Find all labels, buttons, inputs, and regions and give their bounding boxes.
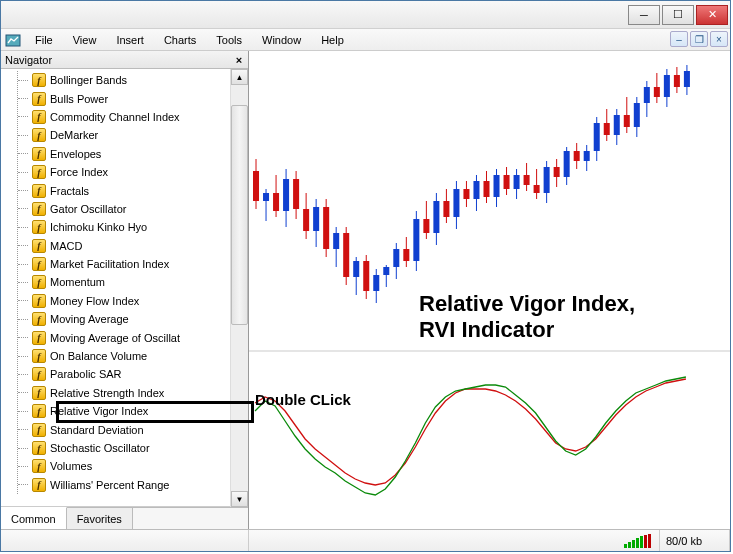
svg-rect-63	[554, 167, 560, 177]
svg-rect-11	[293, 179, 299, 209]
indicator-item[interactable]: fBollinger Bands	[18, 71, 230, 89]
indicator-label: MACD	[50, 240, 82, 252]
svg-rect-29	[383, 267, 389, 275]
indicator-item[interactable]: fBulls Power	[18, 89, 230, 107]
indicator-icon: f	[32, 92, 46, 106]
indicator-item[interactable]: fForce Index	[18, 163, 230, 181]
svg-rect-23	[353, 261, 359, 277]
indicator-item[interactable]: fMACD	[18, 237, 230, 255]
indicator-label: Fractals	[50, 185, 89, 197]
indicator-item[interactable]: fCommodity Channel Index	[18, 108, 230, 126]
svg-rect-71	[594, 123, 600, 151]
navigator-header: Navigator ×	[1, 51, 248, 69]
menubar: File View Insert Charts Tools Window Hel…	[1, 29, 730, 51]
indicator-label: Moving Average of Oscillat	[50, 332, 180, 344]
svg-rect-59	[534, 185, 540, 193]
indicator-label: Standard Deviation	[50, 424, 144, 436]
indicator-icon: f	[32, 73, 46, 87]
indicator-item[interactable]: fVolumes	[18, 457, 230, 475]
indicator-icon: f	[32, 441, 46, 455]
mdi-restore-button[interactable]: ❐	[690, 31, 708, 47]
minimize-button[interactable]: ─	[628, 5, 660, 25]
svg-rect-39	[433, 201, 439, 233]
menu-view[interactable]: View	[63, 32, 107, 48]
mdi-minimize-button[interactable]: –	[670, 31, 688, 47]
indicator-item[interactable]: fMoving Average of Oscillat	[18, 328, 230, 346]
indicator-item[interactable]: fGator Oscillator	[18, 200, 230, 218]
indicator-icon: f	[32, 331, 46, 345]
chart-title-annotation: Relative Vigor Index, RVI Indicator	[419, 291, 709, 344]
indicator-icon: f	[32, 165, 46, 179]
tab-favorites[interactable]: Favorites	[67, 508, 133, 529]
svg-rect-89	[684, 71, 690, 87]
menu-tools[interactable]: Tools	[206, 32, 252, 48]
indicator-icon: f	[32, 110, 46, 124]
indicator-item[interactable]: fIchimoku Kinko Hyo	[18, 218, 230, 236]
connection-status: 80/0 kb	[660, 530, 730, 551]
svg-rect-5	[263, 193, 269, 201]
indicator-icon: f	[32, 367, 46, 381]
svg-rect-27	[373, 275, 379, 291]
svg-rect-37	[423, 219, 429, 233]
close-button[interactable]: ✕	[696, 5, 728, 25]
indicator-item[interactable]: fMoney Flow Index	[18, 292, 230, 310]
indicator-label: DeMarker	[50, 129, 98, 141]
svg-rect-47	[473, 181, 479, 199]
svg-rect-57	[524, 175, 530, 185]
scroll-down-button[interactable]: ▼	[231, 491, 248, 507]
indicator-item[interactable]: fMoving Average	[18, 310, 230, 328]
indicator-item[interactable]: fDeMarker	[18, 126, 230, 144]
maximize-button[interactable]: ☐	[662, 5, 694, 25]
menu-help[interactable]: Help	[311, 32, 354, 48]
signal-bars-icon	[624, 534, 651, 548]
svg-rect-61	[544, 167, 550, 193]
indicator-label: Relative Strength Index	[50, 387, 164, 399]
navigator-scrollbar[interactable]: ▲ ▼	[230, 69, 248, 507]
tab-common[interactable]: Common	[1, 507, 67, 529]
navigator-panel: Navigator × fBollinger BandsfBulls Power…	[1, 51, 249, 529]
menu-window[interactable]: Window	[252, 32, 311, 48]
indicator-item[interactable]: fEnvelopes	[18, 145, 230, 163]
indicator-label: Envelopes	[50, 148, 101, 160]
svg-rect-15	[313, 207, 319, 231]
indicator-item[interactable]: fRelative Strength Index	[18, 384, 230, 402]
svg-rect-85	[664, 75, 670, 97]
indicator-icon: f	[32, 220, 46, 234]
indicator-icon: f	[32, 349, 46, 363]
navigator-close-icon[interactable]: ×	[232, 53, 246, 67]
indicator-label: Williams' Percent Range	[50, 479, 169, 491]
indicator-item[interactable]: fParabolic SAR	[18, 365, 230, 383]
indicator-label: Gator Oscillator	[50, 203, 126, 215]
menu-file[interactable]: File	[25, 32, 63, 48]
indicator-item[interactable]: fWilliams' Percent Range	[18, 476, 230, 494]
indicator-label: Relative Vigor Index	[50, 405, 148, 417]
svg-rect-31	[393, 249, 399, 267]
scrollbar-thumb[interactable]	[231, 105, 248, 325]
indicator-item[interactable]: fOn Balance Volume	[18, 347, 230, 365]
menu-insert[interactable]: Insert	[106, 32, 154, 48]
svg-rect-19	[333, 233, 339, 249]
svg-rect-25	[363, 261, 369, 291]
navigator-tree[interactable]: fBollinger BandsfBulls PowerfCommodity C…	[1, 69, 230, 507]
mdi-close-button[interactable]: ×	[710, 31, 728, 47]
indicator-item[interactable]: fStochastic Oscillator	[18, 439, 230, 457]
svg-rect-33	[403, 249, 409, 261]
svg-rect-13	[303, 209, 309, 231]
scroll-up-button[interactable]: ▲	[231, 69, 248, 85]
chart-area[interactable]: Relative Vigor Index, RVI Indicator Doub…	[249, 51, 730, 529]
indicator-icon: f	[32, 386, 46, 400]
svg-rect-67	[574, 151, 580, 161]
scrollbar-track[interactable]	[231, 85, 248, 491]
indicator-item[interactable]: fMomentum	[18, 273, 230, 291]
indicator-item[interactable]: fRelative Vigor Index	[18, 402, 230, 420]
svg-rect-87	[674, 75, 680, 87]
menu-charts[interactable]: Charts	[154, 32, 206, 48]
indicator-item[interactable]: fFractals	[18, 181, 230, 199]
indicator-icon: f	[32, 478, 46, 492]
indicator-icon: f	[32, 294, 46, 308]
indicator-icon: f	[32, 459, 46, 473]
indicator-item[interactable]: fStandard Deviation	[18, 420, 230, 438]
indicator-item[interactable]: fMarket Facilitation Index	[18, 255, 230, 273]
app-icon	[5, 32, 21, 48]
indicator-icon: f	[32, 147, 46, 161]
